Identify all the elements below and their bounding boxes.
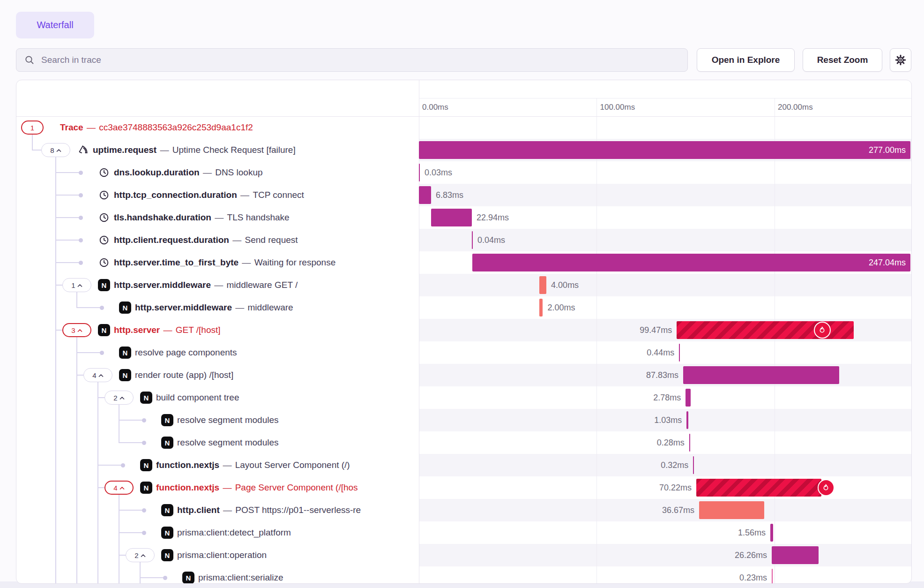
trace-waterfall-panel: 0.00ms100.00ms200.00ms 277.00ms0.03ms6.8… — [16, 80, 912, 584]
span-duration-label: 26.26ms — [735, 544, 767, 566]
expand-pill-middleware-get[interactable]: 1 — [62, 278, 91, 292]
span-label: resolve page components — [135, 341, 237, 364]
search-input[interactable] — [40, 54, 687, 66]
span-bar-prisma-detect-platform[interactable] — [770, 524, 773, 542]
span-duration-label: 0.28ms — [657, 431, 685, 454]
span-bar-resolve-segment-modules-2[interactable] — [689, 434, 690, 452]
span-label: http.server.middleware — middleware — [135, 296, 293, 319]
span-label: http.tcp_connection.duration — TCP conne… — [114, 184, 304, 206]
settings-button[interactable] — [890, 48, 911, 72]
chevron-up-icon — [77, 284, 82, 287]
clock-icon — [98, 189, 110, 201]
span-bar-middleware[interactable] — [539, 299, 543, 317]
sentry-icon — [77, 144, 89, 156]
span-bar-http-client-post[interactable] — [699, 501, 764, 519]
span-row-resolve-page-components[interactable]: Nresolve page components — [16, 341, 419, 364]
gear-icon — [894, 54, 907, 66]
nextjs-icon: N — [161, 549, 173, 561]
span-label: Trace — cc3ae3748883563a926c253d9aa1c1f2 — [60, 116, 253, 139]
span-label: prisma:client:detect_platform — [177, 521, 291, 544]
span-label: prisma:client:operation — [177, 544, 267, 566]
span-label: http.client.request.duration — Send requ… — [114, 229, 298, 251]
span-row-prisma-serialize[interactable]: Nprisma:client:serialize — [16, 566, 419, 583]
nextjs-icon: N — [182, 572, 194, 583]
span-row-tcp-connect[interactable]: http.tcp_connection.duration — TCP conne… — [16, 184, 419, 206]
span-duration-label: 0.32ms — [661, 454, 688, 476]
search-input-wrap[interactable] — [16, 48, 688, 72]
chevron-up-icon — [141, 554, 146, 558]
chevron-up-icon — [56, 149, 61, 152]
span-row-prisma-operation[interactable]: 2Nprisma:client:operation — [16, 544, 419, 566]
span-row-layout-server-component[interactable]: Nfunction.nextjs — Layout Server Compone… — [16, 454, 419, 476]
clock-icon — [98, 256, 110, 269]
span-bar-http-server-get-host[interactable] — [677, 321, 853, 339]
span-bar-time-to-first-byte[interactable]: 247.04ms — [472, 254, 910, 271]
span-row-uptime-request[interactable]: 8uptime.request — Uptime Check Request [… — [16, 139, 419, 161]
span-row-page-server-component[interactable]: 4Nfunction.nextjs — Page Server Componen… — [16, 476, 419, 499]
span-row-middleware-get[interactable]: 1Nhttp.server.middleware — middleware GE… — [16, 274, 419, 296]
span-duration-label: 0.44ms — [647, 341, 674, 364]
span-row-send-request[interactable]: http.client.request.duration — Send requ… — [16, 229, 419, 251]
nextjs-icon: N — [161, 527, 173, 539]
span-label: function.nextjs — Layout Server Componen… — [156, 454, 350, 476]
span-row-render-route[interactable]: 4Nrender route (app) /[host] — [16, 364, 419, 386]
nextjs-icon: N — [161, 437, 173, 449]
span-row-prisma-detect-platform[interactable]: Nprisma:client:detect_platform — [16, 521, 419, 544]
span-label: build component tree — [156, 386, 239, 409]
expand-pill-uptime-request[interactable]: 8 — [41, 143, 70, 157]
span-bar-page-server-component[interactable] — [696, 479, 821, 497]
span-row-http-server-get-host[interactable]: 3Nhttp.server — GET /[host] — [16, 319, 419, 341]
span-row-dns-lookup[interactable]: dns.lookup.duration — DNS lookup — [16, 161, 419, 184]
span-label: uptime.request — Uptime Check Request [f… — [93, 139, 296, 161]
span-bar-resolve-page-components[interactable] — [679, 344, 680, 362]
expand-pill-render-route[interactable]: 4 — [83, 368, 112, 382]
span-row-resolve-segment-modules-1[interactable]: Nresolve segment modules — [16, 409, 419, 431]
span-bar-middleware-get[interactable] — [539, 276, 546, 294]
nextjs-icon: N — [140, 392, 152, 404]
span-row-trace-root[interactable]: 1Trace — cc3ae3748883563a926c253d9aa1c1f… — [16, 116, 419, 139]
clock-icon — [98, 166, 110, 179]
nextjs-icon: N — [119, 347, 131, 359]
span-row-tls-handshake[interactable]: tls.handshake.duration — TLS handshake — [16, 206, 419, 229]
span-label: function.nextjs — Page Server Component … — [156, 476, 358, 499]
chevron-up-icon — [119, 486, 125, 490]
span-bar-dns-lookup[interactable] — [419, 164, 420, 181]
nextjs-icon: N — [161, 414, 173, 426]
span-bar-tcp-connect[interactable] — [419, 186, 431, 204]
expand-pill-prisma-operation[interactable]: 2 — [126, 548, 155, 562]
expand-pill-page-server-component[interactable]: 4 — [104, 481, 134, 495]
span-bar-build-component-tree[interactable] — [686, 389, 691, 407]
chevron-up-icon — [98, 374, 104, 377]
expand-pill-http-server-get-host[interactable]: 3 — [62, 323, 91, 337]
span-row-http-client-post[interactable]: Nhttp.client — POST https://p01--serverl… — [16, 499, 419, 521]
span-duration-label: 6.83ms — [436, 184, 463, 206]
clock-icon — [98, 211, 110, 224]
clock-icon — [98, 234, 110, 246]
span-bar-prisma-serialize[interactable] — [772, 569, 773, 583]
span-bar-layout-server-component[interactable] — [693, 456, 694, 474]
nextjs-icon: N — [140, 459, 152, 471]
span-row-resolve-segment-modules-2[interactable]: Nresolve segment modules — [16, 431, 419, 454]
tab-waterfall[interactable]: Waterfall — [16, 12, 94, 38]
span-duration-label: 22.94ms — [477, 206, 509, 229]
axis-tick: 200.00ms — [778, 101, 813, 113]
gridline-100ms — [596, 98, 597, 583]
row-stripe — [419, 274, 911, 296]
expand-pill-build-component-tree[interactable]: 2 — [104, 391, 134, 405]
span-bar-resolve-segment-modules-1[interactable] — [686, 411, 688, 429]
span-bar-prisma-operation[interactable] — [772, 546, 819, 564]
open-in-explore-button[interactable]: Open in Explore — [697, 48, 795, 72]
reset-zoom-button[interactable]: Reset Zoom — [803, 48, 882, 72]
span-label: render route (app) /[host] — [135, 364, 233, 386]
span-duration-label: 4.00ms — [551, 274, 579, 296]
span-duration-label: 0.04ms — [477, 229, 505, 251]
span-bar-send-request[interactable] — [472, 231, 473, 249]
span-row-time-to-first-byte[interactable]: http.server.time_to_first_byte — Waiting… — [16, 251, 419, 274]
span-bar-uptime-request[interactable]: 277.00ms — [419, 141, 910, 159]
span-row-middleware[interactable]: Nhttp.server.middleware — middleware — [16, 296, 419, 319]
expand-pill-trace-root[interactable]: 1 — [21, 121, 44, 135]
span-label: resolve segment modules — [177, 431, 279, 454]
span-bar-render-route[interactable] — [683, 366, 839, 384]
span-bar-tls-handshake[interactable] — [431, 209, 472, 226]
span-row-build-component-tree[interactable]: 2Nbuild component tree — [16, 386, 419, 409]
